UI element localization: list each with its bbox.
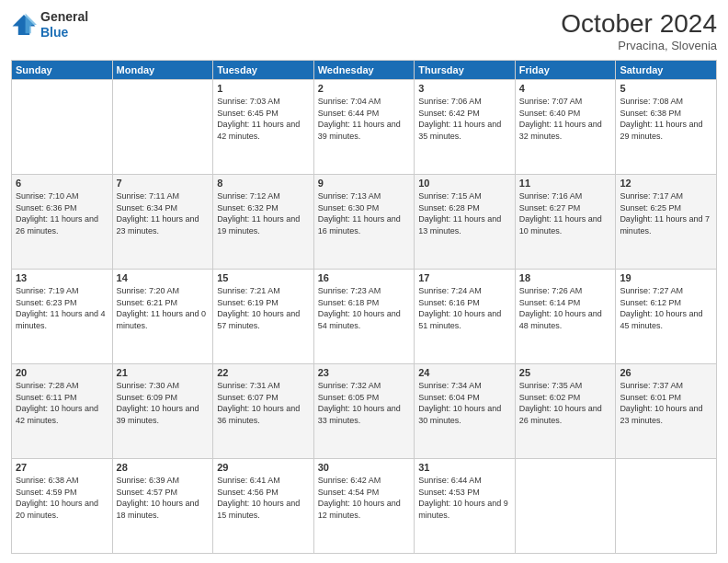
day-number: 19 (620, 272, 712, 283)
day-info: Sunrise: 7:12 AM Sunset: 6:32 PM Dayligh… (217, 190, 310, 236)
day-info: Sunrise: 7:31 AM Sunset: 6:07 PM Dayligh… (217, 380, 310, 426)
day-info: Sunrise: 7:37 AM Sunset: 6:01 PM Dayligh… (620, 380, 712, 426)
day-number: 3 (418, 83, 511, 94)
col-wednesday: Wednesday (313, 61, 415, 80)
table-row: 29Sunrise: 6:41 AM Sunset: 4:56 PM Dayli… (213, 459, 314, 554)
day-number: 26 (620, 367, 712, 378)
day-number: 2 (318, 83, 411, 94)
table-row: 13Sunrise: 7:19 AM Sunset: 6:23 PM Dayli… (12, 270, 113, 364)
day-info: Sunrise: 7:27 AM Sunset: 6:12 PM Dayligh… (620, 285, 712, 331)
table-row: 20Sunrise: 7:28 AM Sunset: 6:11 PM Dayli… (12, 364, 113, 459)
table-row: 26Sunrise: 7:37 AM Sunset: 6:01 PM Dayli… (616, 364, 717, 459)
logo-icon (11, 12, 37, 38)
day-info: Sunrise: 7:08 AM Sunset: 6:38 PM Dayligh… (620, 96, 712, 142)
table-row: 15Sunrise: 7:21 AM Sunset: 6:19 PM Dayli… (213, 270, 314, 364)
month-title: October 2024 (561, 9, 717, 39)
day-info: Sunrise: 7:06 AM Sunset: 6:42 PM Dayligh… (418, 96, 511, 142)
day-info: Sunrise: 7:30 AM Sunset: 6:09 PM Dayligh… (117, 380, 210, 426)
table-row: 21Sunrise: 7:30 AM Sunset: 6:09 PM Dayli… (112, 364, 213, 459)
day-info: Sunrise: 7:17 AM Sunset: 6:25 PM Dayligh… (620, 190, 712, 236)
table-row: 11Sunrise: 7:16 AM Sunset: 6:27 PM Dayli… (515, 175, 616, 270)
svg-marker-2 (26, 13, 37, 33)
calendar-body: 1Sunrise: 7:03 AM Sunset: 6:45 PM Daylig… (12, 80, 717, 554)
day-info: Sunrise: 7:24 AM Sunset: 6:16 PM Dayligh… (418, 285, 511, 331)
day-number: 24 (418, 367, 511, 378)
table-row: 19Sunrise: 7:27 AM Sunset: 6:12 PM Dayli… (616, 270, 717, 364)
day-info: Sunrise: 7:11 AM Sunset: 6:34 PM Dayligh… (117, 190, 210, 236)
table-row (112, 80, 213, 175)
table-row: 1Sunrise: 7:03 AM Sunset: 6:45 PM Daylig… (213, 80, 314, 175)
table-row: 3Sunrise: 7:06 AM Sunset: 6:42 PM Daylig… (415, 80, 516, 175)
table-row: 27Sunrise: 6:38 AM Sunset: 4:59 PM Dayli… (12, 459, 113, 554)
logo-general: General (40, 9, 88, 24)
day-number: 11 (519, 178, 612, 189)
day-number: 17 (418, 272, 511, 283)
day-number: 16 (318, 272, 411, 283)
day-number: 4 (519, 83, 612, 94)
day-number: 1 (217, 83, 310, 94)
table-row (616, 459, 717, 554)
day-number: 25 (519, 367, 612, 378)
table-row: 5Sunrise: 7:08 AM Sunset: 6:38 PM Daylig… (616, 80, 717, 175)
day-number: 7 (117, 178, 210, 189)
table-row: 24Sunrise: 7:34 AM Sunset: 6:04 PM Dayli… (415, 364, 516, 459)
day-info: Sunrise: 6:41 AM Sunset: 4:56 PM Dayligh… (217, 475, 310, 521)
table-row: 14Sunrise: 7:20 AM Sunset: 6:21 PM Dayli… (112, 270, 213, 364)
calendar-header: Sunday Monday Tuesday Wednesday Thursday… (12, 61, 717, 80)
col-saturday: Saturday (616, 61, 717, 80)
day-info: Sunrise: 6:38 AM Sunset: 4:59 PM Dayligh… (16, 475, 108, 521)
table-row (12, 80, 113, 175)
day-number: 23 (318, 367, 411, 378)
table-row: 18Sunrise: 7:26 AM Sunset: 6:14 PM Dayli… (515, 270, 616, 364)
table-row: 30Sunrise: 6:42 AM Sunset: 4:54 PM Dayli… (313, 459, 415, 554)
table-row (515, 459, 616, 554)
day-number: 8 (217, 178, 310, 189)
day-number: 15 (217, 272, 310, 283)
page-header: General Blue October 2024 Prvacina, Slov… (11, 9, 717, 52)
table-row: 23Sunrise: 7:32 AM Sunset: 6:05 PM Dayli… (313, 364, 415, 459)
day-info: Sunrise: 7:23 AM Sunset: 6:18 PM Dayligh… (318, 285, 411, 331)
col-tuesday: Tuesday (213, 61, 314, 80)
day-info: Sunrise: 6:44 AM Sunset: 4:53 PM Dayligh… (418, 475, 511, 521)
day-number: 27 (16, 462, 108, 473)
day-info: Sunrise: 7:10 AM Sunset: 6:36 PM Dayligh… (16, 190, 108, 236)
calendar-table: Sunday Monday Tuesday Wednesday Thursday… (11, 60, 717, 554)
day-number: 18 (519, 272, 612, 283)
day-number: 14 (117, 272, 210, 283)
day-info: Sunrise: 7:13 AM Sunset: 6:30 PM Dayligh… (318, 190, 411, 236)
table-row: 25Sunrise: 7:35 AM Sunset: 6:02 PM Dayli… (515, 364, 616, 459)
page-container: General Blue October 2024 Prvacina, Slov… (0, 0, 728, 563)
day-number: 29 (217, 462, 310, 473)
day-info: Sunrise: 7:26 AM Sunset: 6:14 PM Dayligh… (519, 285, 612, 331)
day-number: 10 (418, 178, 511, 189)
day-info: Sunrise: 7:15 AM Sunset: 6:28 PM Dayligh… (418, 190, 511, 236)
table-row: 10Sunrise: 7:15 AM Sunset: 6:28 PM Dayli… (415, 175, 516, 270)
day-info: Sunrise: 7:19 AM Sunset: 6:23 PM Dayligh… (16, 285, 108, 331)
table-row: 2Sunrise: 7:04 AM Sunset: 6:44 PM Daylig… (313, 80, 415, 175)
day-number: 5 (620, 83, 712, 94)
day-info: Sunrise: 6:42 AM Sunset: 4:54 PM Dayligh… (318, 475, 411, 521)
day-info: Sunrise: 6:39 AM Sunset: 4:57 PM Dayligh… (117, 475, 210, 521)
location-subtitle: Prvacina, Slovenia (561, 39, 717, 52)
day-number: 9 (318, 178, 411, 189)
day-number: 28 (117, 462, 210, 473)
table-row: 17Sunrise: 7:24 AM Sunset: 6:16 PM Dayli… (415, 270, 516, 364)
col-friday: Friday (515, 61, 616, 80)
day-number: 30 (318, 462, 411, 473)
day-info: Sunrise: 7:16 AM Sunset: 6:27 PM Dayligh… (519, 190, 612, 236)
table-row: 8Sunrise: 7:12 AM Sunset: 6:32 PM Daylig… (213, 175, 314, 270)
day-info: Sunrise: 7:04 AM Sunset: 6:44 PM Dayligh… (318, 96, 411, 142)
table-row: 28Sunrise: 6:39 AM Sunset: 4:57 PM Dayli… (112, 459, 213, 554)
table-row: 31Sunrise: 6:44 AM Sunset: 4:53 PM Dayli… (415, 459, 516, 554)
logo-text: General Blue (40, 9, 88, 40)
logo: General Blue (11, 9, 88, 40)
table-row: 4Sunrise: 7:07 AM Sunset: 6:40 PM Daylig… (515, 80, 616, 175)
table-row: 9Sunrise: 7:13 AM Sunset: 6:30 PM Daylig… (313, 175, 415, 270)
col-sunday: Sunday (12, 61, 113, 80)
day-number: 31 (418, 462, 511, 473)
col-monday: Monday (112, 61, 213, 80)
day-number: 6 (16, 178, 108, 189)
table-row: 6Sunrise: 7:10 AM Sunset: 6:36 PM Daylig… (12, 175, 113, 270)
logo-blue: Blue (40, 25, 68, 40)
day-info: Sunrise: 7:07 AM Sunset: 6:40 PM Dayligh… (519, 96, 612, 142)
